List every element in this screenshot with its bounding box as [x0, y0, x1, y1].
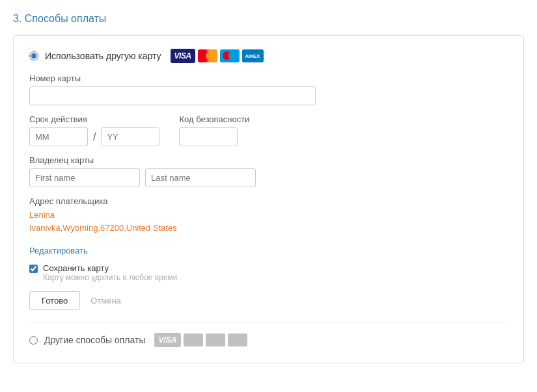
amex-logo-grey	[228, 333, 247, 346]
card-number-input[interactable]	[29, 86, 316, 105]
save-card-text-group: Сохранить карту Карту можно удалить в лю…	[43, 263, 180, 282]
done-button[interactable]: Готово	[29, 291, 80, 310]
cardholder-section: Владелец карты	[29, 155, 508, 187]
security-code-label: Код безопасности	[179, 114, 249, 124]
maestro-logo-grey	[206, 333, 225, 346]
section-title: 3. Способы оплаты	[13, 13, 524, 25]
address-line2: Ivanivka,Wyoming,67200,United States	[29, 222, 508, 235]
use-card-radio[interactable]	[29, 51, 38, 60]
save-card-checkbox[interactable]	[29, 265, 38, 273]
address-line1: Lenina	[29, 209, 508, 222]
security-code-input[interactable]	[179, 127, 238, 146]
expiry-cvv-row: Срок действия / Код безопасности	[29, 114, 508, 146]
other-payment-radio[interactable]	[29, 336, 38, 345]
cvv-group: Код безопасности	[179, 114, 249, 146]
expiry-label: Срок действия	[29, 114, 159, 124]
use-card-label: Использовать другую карту	[45, 51, 161, 61]
first-name-input[interactable]	[29, 168, 140, 187]
amex-logo: AMEX	[242, 49, 264, 62]
use-card-row: Использовать другую карту VISA AMEX	[29, 49, 508, 63]
edit-address-link[interactable]: Редактировать	[29, 246, 88, 255]
cardholder-label: Владелец карты	[29, 155, 508, 165]
save-card-label: Сохранить карту	[43, 263, 180, 273]
expiry-mm-input[interactable]	[29, 127, 88, 146]
visa-logo-grey: VISA	[154, 333, 180, 347]
card-number-section: Номер карты	[29, 73, 508, 105]
billing-address-label: Адрес плательщика	[29, 196, 508, 206]
other-payment-label: Другие способы оплаты	[44, 335, 145, 345]
expiry-inputs-row: /	[29, 127, 159, 146]
cancel-button[interactable]: Отмена	[90, 296, 121, 306]
expiry-separator: /	[93, 131, 96, 143]
last-name-input[interactable]	[145, 168, 256, 187]
billing-address-section: Адрес плательщика Lenina Ivanivka,Wyomin…	[29, 196, 508, 234]
save-card-row: Сохранить карту Карту можно удалить в лю…	[29, 263, 508, 282]
mastercard-logo	[198, 49, 217, 62]
mastercard-logo-grey	[184, 333, 203, 346]
save-card-hint: Карту можно удалить в любое время.	[43, 273, 180, 282]
card-logos-other: VISA	[154, 333, 247, 347]
cardholder-inputs-row	[29, 168, 508, 187]
visa-logo: VISA	[171, 49, 195, 63]
card-logos-active: VISA AMEX	[171, 49, 264, 63]
expiry-yy-input[interactable]	[101, 127, 159, 146]
maestro-logo	[220, 49, 240, 62]
payment-form-container: Использовать другую карту VISA AMEX Номе…	[13, 35, 524, 363]
card-number-label: Номер карты	[29, 73, 508, 83]
expiry-group: Срок действия /	[29, 114, 159, 146]
other-payment-row: Другие способы оплаты VISA	[29, 322, 508, 347]
button-row: Готово Отмена	[29, 291, 508, 310]
